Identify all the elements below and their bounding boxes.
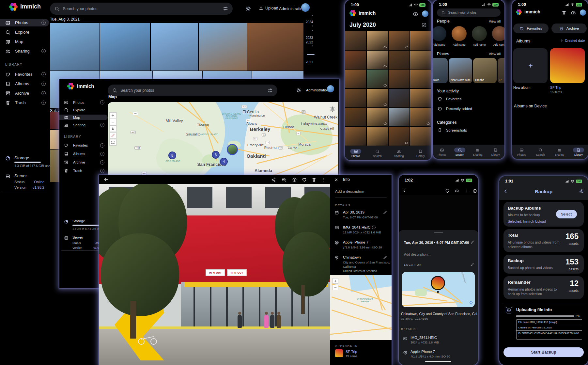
person-face-avatar[interactable] xyxy=(433,26,446,41)
user-avatar[interactable] xyxy=(422,10,428,17)
photo-grid-cell[interactable] xyxy=(389,31,410,50)
heart-icon[interactable] xyxy=(445,189,450,193)
info-map-plus[interactable] xyxy=(333,278,338,284)
add-description-field[interactable]: Add a description xyxy=(335,189,364,193)
search-input[interactable]: Search your photos xyxy=(437,8,501,17)
map-fullscreen-button[interactable] xyxy=(109,139,116,146)
photo-grid-cell[interactable] xyxy=(389,89,410,107)
theme-toggle-sun-icon[interactable] xyxy=(296,88,301,93)
settings-gear-icon[interactable] xyxy=(579,189,584,194)
new-album-tile[interactable] xyxy=(513,48,548,83)
trash-icon[interactable] xyxy=(312,177,317,182)
photo-grid-cell[interactable] xyxy=(345,70,366,88)
user-avatar[interactable] xyxy=(301,3,310,12)
map-draw-button[interactable] xyxy=(109,132,116,139)
map-settings-gear-icon[interactable] xyxy=(330,106,335,112)
photo-grid-cell[interactable] xyxy=(389,108,410,127)
select-all-check-icon[interactable] xyxy=(421,22,427,28)
photo-viewer[interactable]: IN-N-OUTIN-N-OUT xyxy=(99,184,330,365)
photo-grid-cell[interactable] xyxy=(367,89,388,107)
photo-grid-cell[interactable] xyxy=(345,127,366,146)
places-view-all[interactable]: View all xyxy=(489,52,501,56)
theme-toggle-sun-icon[interactable] xyxy=(245,6,251,11)
map-plus-button[interactable] xyxy=(109,112,116,119)
sidebar-item-sharing[interactable]: Sharingi xyxy=(0,47,49,55)
photo-grid-cell[interactable] xyxy=(389,70,410,88)
zoomin-icon[interactable] xyxy=(282,177,286,182)
photo-grid-cell[interactable] xyxy=(410,31,431,50)
photo-thumbnail[interactable] xyxy=(247,23,303,71)
sort-created-date[interactable]: Created date xyxy=(560,39,585,42)
share-icon[interactable] xyxy=(271,177,276,182)
photo-grid-cell[interactable] xyxy=(345,108,366,127)
user-avatar[interactable] xyxy=(580,9,586,16)
dots-icon[interactable] xyxy=(321,177,326,182)
sidebar-item-favorites[interactable]: Favoritesi xyxy=(0,71,49,78)
nav-photos[interactable]: Photos xyxy=(512,145,531,159)
add-description-field[interactable]: Add description... xyxy=(404,252,430,256)
photo-grid-cell[interactable] xyxy=(345,31,366,50)
sidebar-item-photos[interactable]: Photosi xyxy=(59,100,108,105)
nav-search[interactable]: Search xyxy=(366,146,388,160)
sidebar-item-trash[interactable]: Trashi xyxy=(59,167,108,174)
sidebar-item-favorites[interactable]: Favoritesi xyxy=(59,142,108,149)
search-input[interactable]: Search your photos xyxy=(108,85,277,96)
sidebar-item-map[interactable]: Map xyxy=(0,38,49,45)
cloudup-icon[interactable] xyxy=(455,189,459,193)
photo-thumbnail[interactable] xyxy=(100,23,150,71)
sidebar-item-map[interactable]: Map xyxy=(59,115,108,120)
photo-grid-cell[interactable] xyxy=(410,51,431,69)
sidebar-item-archive[interactable]: Archivei xyxy=(0,89,49,97)
add-name-label[interactable]: Add name xyxy=(433,43,446,46)
photo-area[interactable] xyxy=(399,195,478,230)
photo-grid-cell[interactable] xyxy=(410,70,431,88)
category-item-screenshots[interactable]: Screenshots xyxy=(438,128,467,133)
sidebar-item-archive[interactable]: Archivei xyxy=(59,159,108,166)
sidebar-item-trash[interactable]: Trashi xyxy=(0,99,49,106)
nav-photos[interactable]: Photos xyxy=(345,146,366,160)
place-tile[interactable]: Chinatown xyxy=(433,58,448,83)
add-name-label[interactable]: Add name xyxy=(472,43,487,46)
nav-search[interactable]: Search xyxy=(531,145,550,159)
person-face-avatar[interactable] xyxy=(472,26,487,41)
sidebar-item-photos[interactable]: Photosi xyxy=(0,19,49,26)
photo-grid-cell[interactable] xyxy=(367,51,388,69)
sync-cloud-icon[interactable] xyxy=(413,11,418,17)
map-compass-button[interactable] xyxy=(109,125,116,132)
person-face-avatar[interactable] xyxy=(492,26,504,41)
edit-pencil-icon[interactable] xyxy=(383,255,387,259)
close-icon[interactable] xyxy=(334,178,338,182)
back-icon[interactable] xyxy=(103,177,109,182)
nav-sharing[interactable]: Sharing xyxy=(550,145,569,159)
start-backup-button[interactable]: Start Backup xyxy=(503,347,584,357)
info-map[interactable]: FISHERMAN'S WHARF xyxy=(330,275,392,340)
photo-grid-cell[interactable] xyxy=(367,31,388,50)
nav-library[interactable]: Library xyxy=(410,146,431,160)
user-avatar[interactable] xyxy=(327,85,334,92)
map-minus-button[interactable] xyxy=(109,119,116,125)
map-cluster-marker[interactable]: 3 xyxy=(212,151,220,159)
nav-sharing[interactable]: Sharing xyxy=(469,145,487,159)
back-icon[interactable] xyxy=(403,188,408,193)
archive-button[interactable]: Archive xyxy=(551,24,587,33)
edit-pencil-icon[interactable] xyxy=(383,210,387,214)
add-name-label[interactable]: Add name xyxy=(492,43,504,46)
photo-grid-cell[interactable] xyxy=(410,127,431,146)
location-map[interactable]: San Francisco xyxy=(402,272,475,307)
photo-grid-cell[interactable] xyxy=(389,127,410,146)
album-name[interactable]: SF Trip xyxy=(550,86,561,89)
nav-sharing[interactable]: Sharing xyxy=(388,146,410,160)
photo-grid-cell[interactable] xyxy=(367,127,388,146)
place-tile[interactable]: Omaha xyxy=(473,58,497,83)
photo-thumbnail[interactable] xyxy=(50,23,100,71)
activity-item-recent[interactable]: Recently added xyxy=(438,106,472,111)
person-face-avatar[interactable] xyxy=(452,26,467,41)
nav-search[interactable]: Search xyxy=(451,145,469,159)
favorites-button[interactable]: Favorites xyxy=(513,24,549,33)
filter-sliders-icon[interactable] xyxy=(268,88,273,93)
sync-cloud-icon[interactable] xyxy=(571,10,576,15)
trash-icon[interactable] xyxy=(562,10,566,15)
photo-thumbnail[interactable] xyxy=(151,23,198,71)
map-photo-marker[interactable] xyxy=(227,144,238,155)
photo-grid-cell[interactable] xyxy=(389,51,410,69)
